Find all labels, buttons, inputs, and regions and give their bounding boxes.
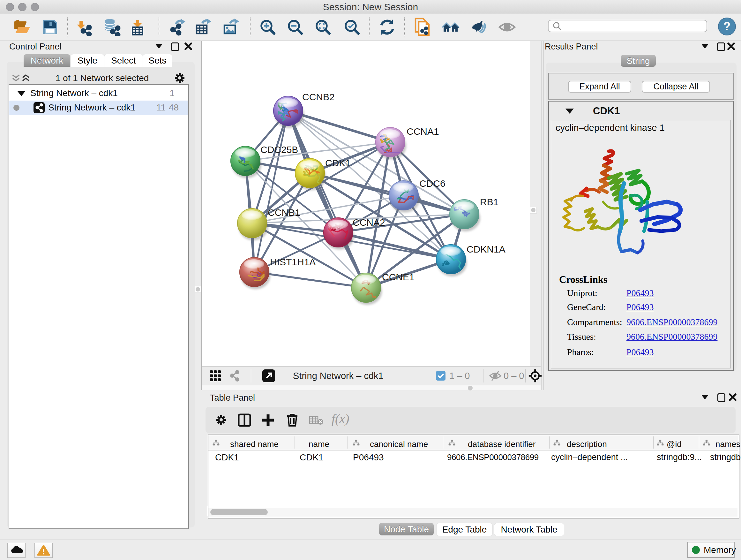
svg-text:CCNB1: CCNB1 [268,207,300,218]
svg-text:CDC6: CDC6 [419,178,446,189]
svg-text:RB1: RB1 [480,197,498,207]
svg-text:CCNB2: CCNB2 [302,91,335,102]
svg-text:CDKN1A: CDKN1A [467,244,506,254]
svg-text:CCNA2: CCNA2 [353,217,385,228]
svg-text:CCNE1: CCNE1 [382,272,414,282]
svg-text:CDC25B: CDC25B [260,144,298,155]
svg-text:CDK1: CDK1 [325,158,351,168]
svg-text:HIST1H1A: HIST1H1A [270,257,316,267]
svg-text:CCNA1: CCNA1 [407,126,439,137]
